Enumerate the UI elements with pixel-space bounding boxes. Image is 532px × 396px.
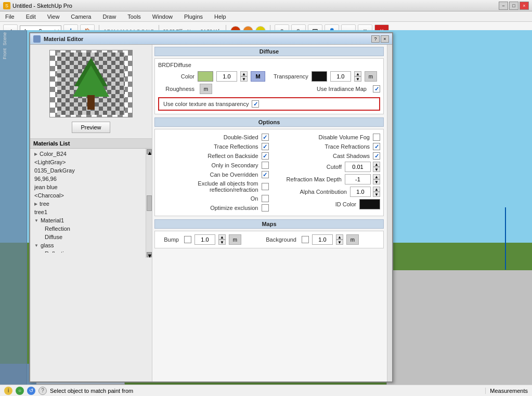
- on-checkbox[interactable]: [262, 195, 269, 202]
- menu-help[interactable]: Help: [211, 12, 229, 21]
- cutoff-input[interactable]: [345, 162, 371, 172]
- preview-area: Preview: [30, 45, 152, 138]
- bump-m-btn[interactable]: m: [229, 234, 241, 245]
- minimize-button[interactable]: −: [499, 2, 508, 10]
- background-spinner[interactable]: ▲ ▼: [336, 234, 343, 245]
- maps-row: Bump ▲ ▼ m Background ▲ ▼: [158, 234, 380, 245]
- menu-camera[interactable]: Camera: [68, 12, 94, 21]
- option-on: On: [158, 194, 269, 203]
- transparency-swatch[interactable]: [312, 71, 327, 82]
- status-icon-2[interactable]: ○: [16, 387, 24, 395]
- spin-up[interactable]: ▲: [240, 71, 248, 76]
- me-help-btn[interactable]: ?: [371, 35, 380, 43]
- cast-shadows-checkbox[interactable]: [373, 152, 380, 160]
- option-double-sided: Double-Sided: [158, 133, 269, 142]
- status-icon-4[interactable]: ?: [38, 387, 47, 395]
- list-item[interactable]: jean blue: [30, 183, 146, 191]
- list-item[interactable]: <Charcoal>: [30, 191, 146, 200]
- list-item[interactable]: Reflection: [30, 249, 146, 253]
- background-checkbox[interactable]: [302, 236, 309, 243]
- refract-depth-input[interactable]: [345, 174, 371, 184]
- cutoff-spin-down[interactable]: ▼: [373, 167, 380, 172]
- double-sided-checkbox[interactable]: [262, 134, 269, 141]
- list-scrollbar[interactable]: ▲ ▼: [146, 149, 152, 258]
- materials-list[interactable]: Color_B24 <LightGray> 0135_DarkGray 96,9…: [30, 149, 146, 253]
- list-item[interactable]: tree: [30, 200, 146, 208]
- background-label: Background: [260, 236, 296, 243]
- bump-spinner[interactable]: ▲ ▼: [218, 234, 226, 245]
- cutoff-spin-up[interactable]: ▲: [373, 162, 380, 167]
- list-item[interactable]: Diffuse: [30, 233, 146, 241]
- status-message: Select object to match paint from: [50, 388, 133, 394]
- disable-fog-checkbox[interactable]: [373, 134, 380, 141]
- bump-checkbox[interactable]: [184, 236, 191, 243]
- color-spinner[interactable]: ▲ ▼: [240, 71, 248, 82]
- trace-reflections-checkbox[interactable]: [262, 143, 269, 150]
- preview-button[interactable]: Preview: [72, 122, 110, 133]
- status-icon-1[interactable]: i: [4, 387, 12, 395]
- background-m-btn[interactable]: m: [346, 234, 359, 245]
- alpha-input[interactable]: [350, 187, 371, 197]
- menu-view[interactable]: View: [44, 12, 63, 21]
- reflect-backside-checkbox[interactable]: [262, 152, 269, 160]
- bg-spin-down[interactable]: ▼: [336, 240, 343, 245]
- list-item[interactable]: Reflection: [30, 225, 146, 233]
- cutoff-spinner[interactable]: ▲ ▼: [373, 162, 380, 172]
- list-item[interactable]: tree1: [30, 208, 146, 216]
- transparency-spinner[interactable]: ▲ ▼: [354, 71, 361, 82]
- app-icon: S: [3, 2, 10, 9]
- use-color-texture-checkbox[interactable]: [252, 100, 259, 108]
- exclude-checkbox[interactable]: [262, 183, 269, 190]
- menu-plugins[interactable]: Plugins: [181, 12, 206, 21]
- menu-tools[interactable]: Tools: [124, 12, 144, 21]
- spin-down[interactable]: ▼: [240, 76, 248, 82]
- use-irradiance-checkbox[interactable]: [373, 85, 380, 93]
- me-icon: [33, 35, 41, 43]
- maps-section-header: Maps: [154, 219, 384, 229]
- background-value-input[interactable]: [312, 234, 333, 245]
- trace-refract-checkbox[interactable]: [373, 143, 380, 150]
- on-label: On: [158, 195, 262, 202]
- alpha-spin-down[interactable]: ▼: [373, 192, 380, 197]
- spin-down2[interactable]: ▼: [354, 76, 361, 82]
- list-item[interactable]: Color_B24: [30, 150, 146, 158]
- trace-refract-label: Trace Refractions: [270, 143, 373, 150]
- me-close-btn[interactable]: ×: [381, 35, 389, 43]
- alpha-spinner[interactable]: ▲ ▼: [373, 187, 380, 197]
- close-button[interactable]: ×: [520, 2, 529, 10]
- bump-spin-down[interactable]: ▼: [218, 240, 226, 245]
- option-trace-refract: Trace Refractions: [270, 142, 381, 151]
- color-swatch[interactable]: [198, 71, 213, 82]
- bg-spin-up[interactable]: ▲: [336, 234, 343, 240]
- overridden-checkbox[interactable]: [262, 171, 269, 178]
- maximize-button[interactable]: □: [509, 2, 518, 10]
- refract-spin-down[interactable]: ▼: [373, 179, 380, 184]
- list-item[interactable]: 0135_DarkGray: [30, 166, 146, 175]
- preview-image: [49, 50, 133, 117]
- list-item[interactable]: Material1: [30, 216, 146, 225]
- alpha-spin-up[interactable]: ▲: [373, 187, 380, 192]
- option-reflect-backside: Reflect on Backside: [158, 151, 269, 161]
- right-scrollbar[interactable]: [387, 45, 392, 381]
- m-btn-right[interactable]: m: [365, 71, 377, 82]
- status-icon-3[interactable]: ↺: [27, 387, 35, 395]
- spin-up2[interactable]: ▲: [354, 71, 361, 76]
- id-color-swatch[interactable]: [359, 199, 380, 209]
- m-button[interactable]: M: [251, 71, 265, 82]
- list-item[interactable]: <LightGray>: [30, 158, 146, 166]
- refract-spinner[interactable]: ▲ ▼: [373, 174, 380, 184]
- roughness-m-btn[interactable]: m: [200, 84, 212, 94]
- secondary-checkbox[interactable]: [262, 162, 269, 169]
- list-item[interactable]: 96,96,96: [30, 175, 146, 183]
- menu-window[interactable]: Window: [149, 12, 176, 21]
- transparency-value-input[interactable]: [330, 71, 351, 82]
- menu-edit[interactable]: Edit: [23, 12, 39, 21]
- list-item[interactable]: glass: [30, 241, 146, 249]
- menu-file[interactable]: File: [2, 12, 18, 21]
- optimize-checkbox[interactable]: [262, 204, 269, 212]
- refract-spin-up[interactable]: ▲: [373, 174, 380, 179]
- color-value-input[interactable]: [216, 71, 237, 82]
- bump-value-input[interactable]: [194, 234, 215, 245]
- menu-draw[interactable]: Draw: [99, 12, 119, 21]
- bump-spin-up[interactable]: ▲: [218, 234, 226, 240]
